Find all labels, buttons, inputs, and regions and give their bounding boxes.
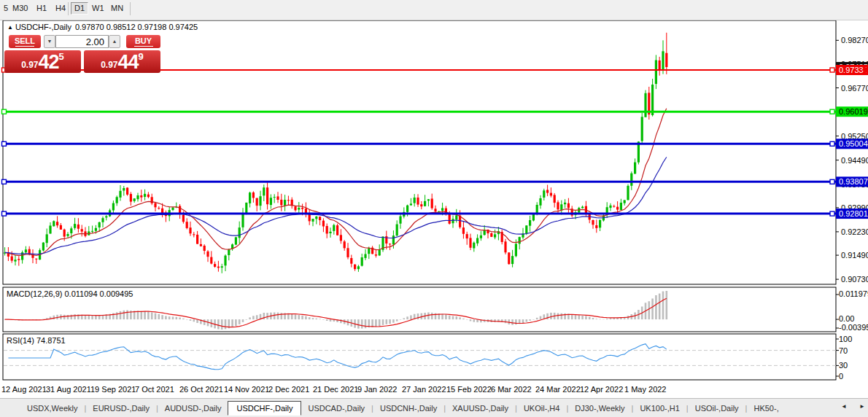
chart-symbol-title: USDCHF-,Daily: [15, 23, 71, 31]
tab-scroll-right-icon[interactable]: ►: [859, 403, 865, 410]
line-handle[interactable]: [830, 141, 834, 146]
macd-bar: [326, 319, 328, 321]
chart-ohlc-values: 0.97870 0.98512 0.97198 0.97425: [75, 23, 198, 31]
chart-tab[interactable]: DJ30-,Weekly: [568, 402, 631, 415]
chart-tab[interactable]: EURUSD-,Daily: [86, 402, 156, 415]
macd-bar: [546, 313, 549, 319]
macd-bar: [511, 319, 514, 325]
macd-bar: [431, 313, 433, 319]
line-handle[interactable]: [2, 109, 7, 114]
date-axis: 12 Aug 202131 Aug 202119 Sep 20217 Oct 2…: [1, 385, 666, 394]
buy-button[interactable]: BUY: [126, 35, 160, 48]
macd-bar: [231, 319, 233, 327]
macd-bar: [470, 319, 472, 321]
macd-indicator-label: MACD(12,26,9) 0.011094 0.009495: [7, 289, 133, 298]
arrow-down-icon: ▼: [47, 39, 53, 44]
macd-bar: [575, 315, 577, 319]
macd-bar: [445, 314, 447, 319]
volume-input[interactable]: [55, 35, 109, 48]
line-handle[interactable]: [830, 109, 834, 114]
date-label: 19 Sep 2021: [90, 385, 136, 394]
timeframe-button-h1[interactable]: H1: [34, 2, 49, 15]
macd-bar: [249, 317, 251, 319]
macd-bar: [155, 313, 157, 320]
macd-bar: [581, 316, 584, 319]
macd-bar: [459, 317, 461, 319]
symbol-marker-icon: ▲: [7, 24, 13, 31]
line-handle[interactable]: [2, 211, 7, 216]
chart-tab[interactable]: HK50-,: [747, 402, 785, 415]
macd-bar: [193, 319, 195, 321]
macd-bar: [147, 311, 150, 319]
macd-bar: [316, 319, 318, 319]
sell-button[interactable]: SELL: [9, 35, 41, 48]
timeframe-button-w1[interactable]: W1: [90, 2, 106, 15]
sell-price-box[interactable]: 0.97425: [4, 50, 81, 73]
arrow-up-icon: ▲: [112, 39, 117, 44]
macd-bar: [466, 319, 468, 320]
macd-bar: [651, 299, 654, 320]
macd-bar: [186, 319, 188, 320]
date-label: 15 Feb 2022: [446, 385, 492, 394]
macd-bar: [291, 313, 293, 319]
macd-bar: [246, 319, 248, 320]
date-label: 7 Oct 2021: [135, 385, 174, 394]
macd-bar: [561, 313, 563, 319]
volume-decrease-button[interactable]: ▼: [44, 35, 55, 48]
chart-tab[interactable]: XAUUSD-,Daily: [446, 402, 515, 415]
macd-bar: [176, 317, 178, 319]
rsi-axis-label: 0: [839, 372, 843, 381]
chart-tab[interactable]: AUDUSD-,Daily: [158, 402, 228, 415]
tab-scroll-left-icon[interactable]: ◄: [841, 403, 847, 410]
macd-bar: [610, 318, 612, 319]
macd-bar: [375, 319, 377, 327]
chart-tab[interactable]: USDCHF-,Daily: [228, 401, 301, 416]
macd-bar: [515, 319, 517, 324]
macd-bar: [221, 319, 223, 330]
macd-bar: [330, 319, 332, 321]
timeframe-button-d1[interactable]: D1: [71, 2, 88, 15]
timeframe-button-mn[interactable]: MN: [109, 2, 125, 15]
chart-tab[interactable]: UK100-,H1: [633, 402, 686, 415]
macd-bar: [256, 315, 258, 319]
price-tick-label: 0.96770: [841, 84, 868, 93]
timeframe-button-h4[interactable]: H4: [53, 2, 68, 15]
chart-tab[interactable]: USOil-,Daily: [689, 402, 745, 415]
line-handle[interactable]: [830, 179, 834, 184]
macd-bar: [550, 313, 552, 319]
macd-bar: [403, 318, 406, 319]
macd-bar: [172, 316, 174, 319]
rsi-pane[interactable]: [3, 334, 836, 380]
timeframe-button-5[interactable]: 5: [1, 2, 10, 15]
date-label: 31 Aug 2021: [46, 385, 91, 394]
macd-bar: [602, 319, 605, 320]
chart-tab[interactable]: USDCNH-,Daily: [373, 402, 443, 415]
macd-bar: [123, 311, 125, 319]
chart-tab[interactable]: USDCAD-,Daily: [301, 402, 371, 415]
macd-bar: [361, 319, 363, 329]
macd-bar: [98, 316, 101, 320]
line-handle[interactable]: [2, 179, 7, 184]
chart-tab[interactable]: USDX,Weekly: [20, 402, 84, 415]
line-handle[interactable]: [830, 211, 834, 216]
timeframe-button-m30[interactable]: M30: [10, 2, 30, 15]
date-label: 12 Aug 2021: [1, 385, 47, 394]
macd-bar: [91, 316, 93, 319]
macd-bar: [141, 311, 143, 319]
macd-bar: [204, 319, 206, 325]
macd-bar: [322, 319, 325, 320]
chart-header: ▲USDCHF-,Daily0.97870 0.98512 0.97198 0.…: [7, 23, 198, 31]
macd-bar: [67, 315, 69, 319]
chart-tab[interactable]: UKOil-,H4: [517, 402, 567, 415]
macd-axis-label: -0.00395: [839, 323, 868, 332]
macd-bar: [386, 319, 388, 324]
macd-bar: [662, 292, 664, 320]
macd-bar: [301, 316, 303, 319]
volume-increase-button[interactable]: ▲: [109, 35, 120, 48]
macd-bar: [396, 319, 398, 321]
line-handle[interactable]: [830, 68, 834, 72]
line-handle[interactable]: [2, 141, 7, 146]
macd-bar: [592, 318, 594, 319]
buy-price-box[interactable]: 0.97449: [84, 50, 160, 73]
macd-bar: [526, 319, 528, 321]
